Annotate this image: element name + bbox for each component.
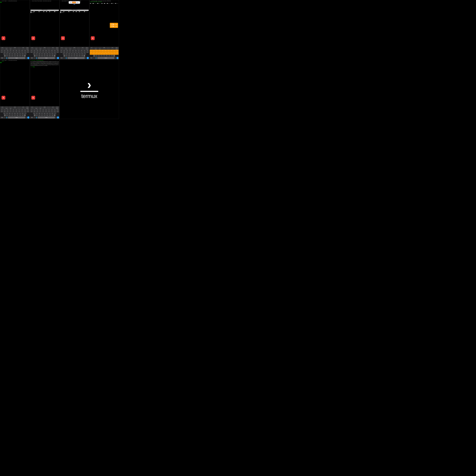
kb-7[interactable]: 7	[18, 50, 21, 51]
kb-a-row: a s d f g h j k l	[0, 53, 29, 55]
kb-p[interactable]: p	[27, 51, 29, 53]
termux-chevron: ›	[87, 79, 91, 90]
kb-h[interactable]: h	[16, 53, 19, 55]
cell-1-cursor	[1, 2, 29, 3]
kb-esc[interactable]: ESC	[0, 47, 4, 48]
kb-j[interactable]: j	[19, 53, 21, 55]
kb-g[interactable]: g	[14, 53, 16, 55]
cell-6-prompt: ~/.ssh $	[31, 67, 59, 67]
cell-3-nano-footer: ^G Help ^O Write Out ^W Where Is ^K Cut …	[60, 11, 89, 13]
kb-enter[interactable]: ↵	[27, 57, 29, 59]
kb-up[interactable]: ↑	[17, 47, 21, 48]
kb-alt[interactable]: ALT	[9, 48, 13, 50]
kb-z[interactable]: z	[6, 55, 8, 57]
kb-down[interactable]: ↓	[17, 48, 21, 50]
termux-wordmark: termux	[81, 93, 97, 99]
cell-2-title: .../com.termux/files/home/.ssh/authorize…	[31, 0, 59, 1]
kb-i[interactable]: i	[21, 51, 23, 53]
kb-o[interactable]: o	[24, 51, 26, 53]
cell-4-title: ...ux/files/home/.ssh/authorized_keys Mo…	[90, 0, 119, 1]
cell-5: ~/.ssh $ nano ~/.ssh/authorized_keys ~/.…	[0, 59, 30, 119]
kb-end[interactable]: END	[21, 47, 25, 48]
kb-space[interactable]: English	[8, 57, 25, 59]
kb-slash[interactable]: /	[4, 47, 9, 48]
kb-l[interactable]: l	[24, 53, 27, 55]
step-badge-3: 3	[61, 36, 65, 40]
keyboard-1: ESC / — HOME ↑ END PGUP ≡ CTRL ALT — ↓ —…	[0, 47, 30, 59]
kb-dash2[interactable]: —	[13, 48, 17, 50]
ctrl-overlay: CTRL + s CTRL + x	[110, 23, 118, 28]
cell-6-sshkey: ssh-rsa AAAAB3NzaC1yc2EAAAADAQABAAAABgQC…	[31, 61, 59, 66]
kb-ctrl[interactable]: CTRL	[4, 48, 9, 50]
cell-6: ~/.ssh $ cat ~/.ssh/authorized_keys ssh-…	[30, 59, 60, 119]
cell-2: .../com.termux/files/home/.ssh/authorize…	[30, 0, 60, 59]
kb-4[interactable]: 4	[9, 50, 12, 51]
kb-comma[interactable]: ,	[4, 57, 5, 59]
main-grid: ~/.ssh $ nano ~/.ssh/authorized_keys 1 E…	[0, 0, 119, 119]
step-badge-6: 6	[31, 96, 35, 100]
kb-shift[interactable]: ⇧	[4, 55, 6, 57]
keyboard-6: ESC/—HOME↑ENDPGUP ≡CTRLALT—↓—PGDN 123456…	[30, 106, 59, 119]
kb-u[interactable]: u	[18, 51, 21, 53]
kb-2[interactable]: 2	[3, 50, 6, 51]
cell-5-title: ~/.ssh $ nano ~/.ssh/authorized_keys	[1, 60, 29, 61]
kb-num-switch[interactable]: ?123	[0, 57, 4, 59]
keyboard-5: ESC/—HOME↑ENDPGUP ≡CTRLALT—↓—PGDN 123456…	[0, 106, 30, 119]
termux-underline	[80, 91, 98, 92]
kb-y[interactable]: y	[15, 51, 18, 53]
keyboard-4: ESC/—HOME↑ENDPGUP ≡CTRLALT—↓—PGDN 1 2 3 …	[89, 47, 119, 59]
kb-q-row: q w e r t y u i o p	[0, 51, 29, 53]
kb-bottom-row: ?123 , 🌐 English . ↵	[0, 57, 29, 59]
kb-backspace[interactable]: ⌫	[24, 55, 26, 57]
kb-num-row: 1 2 3 4 5 6 7 8 9 0	[0, 50, 29, 51]
kb-1[interactable]: 1	[0, 50, 3, 51]
copy-btn[interactable]: Copy	[69, 2, 72, 3]
kb-8[interactable]: 8	[21, 50, 23, 51]
kb-c[interactable]: c	[11, 55, 14, 57]
cell-6-cmd: ~/.ssh $ cat ~/.ssh/authorized_keys	[31, 60, 59, 61]
kb-r[interactable]: r	[9, 51, 12, 53]
kb-v[interactable]: v	[14, 55, 16, 57]
kb-k[interactable]: k	[21, 53, 24, 55]
kb-5[interactable]: 5	[12, 50, 15, 51]
cell-4: ...ux/files/home/.ssh/authorized_keys Mo…	[89, 0, 119, 59]
keyboard-2: ESC/—HOME↑ENDPGUP ≡CTRLALT—↓—PGDN 123456…	[30, 47, 59, 59]
kb-0[interactable]: 0	[27, 50, 29, 51]
cell-4-nano-footer: ^G Help ^O Write Out ^W Where Is ^K Cut …	[90, 3, 119, 4]
step-badge-1: 1	[1, 36, 5, 40]
kb-pgdn[interactable]: PGDN	[25, 48, 29, 50]
kb-a[interactable]: a	[3, 53, 6, 55]
kb-t[interactable]: t	[12, 51, 15, 53]
paste-btn[interactable]: Paste	[72, 2, 76, 3]
more-btn[interactable]: More...	[76, 2, 80, 3]
kb-special-row2: ≡ CTRL ALT — ↓ — PGDN	[0, 48, 29, 50]
kb-globe[interactable]: 🌐	[6, 57, 8, 59]
kb-3[interactable]: 3	[6, 50, 9, 51]
kb-6[interactable]: 6	[15, 50, 18, 51]
kb-m[interactable]: m	[21, 55, 24, 57]
kb-dash3[interactable]: —	[21, 48, 25, 50]
cell-2-nano-footer: ^G Help ^O Write Out ^W Where Is ^K Cut …	[31, 11, 59, 13]
step-badge-5: 5	[1, 96, 5, 100]
kb-e[interactable]: e	[6, 51, 9, 53]
step-badge-4: 4	[91, 36, 95, 40]
kb-menu[interactable]: ≡	[0, 48, 4, 50]
kb-x[interactable]: x	[8, 55, 11, 57]
kb-b[interactable]: b	[16, 55, 19, 57]
kb-q[interactable]: q	[0, 51, 3, 53]
kb-9[interactable]: 9	[24, 50, 26, 51]
kb-home[interactable]: HOME	[13, 47, 17, 48]
kb-period[interactable]: .	[25, 57, 27, 59]
kb-n[interactable]: n	[19, 55, 21, 57]
kb-d[interactable]: d	[8, 53, 11, 55]
step-badge-2: 2	[31, 36, 35, 40]
kb-f[interactable]: f	[11, 53, 14, 55]
kb-special-row1: ESC / — HOME ↑ END PGUP	[0, 47, 29, 48]
cell-1: ~/.ssh $ nano ~/.ssh/authorized_keys 1 E…	[0, 0, 30, 59]
kb-pgup[interactable]: PGUP	[25, 47, 29, 48]
kb-w[interactable]: w	[3, 51, 6, 53]
paste-popup: Copy Paste More...	[69, 1, 80, 4]
kb-s[interactable]: s	[6, 53, 8, 55]
ctrl-x-label: CTRL + x	[111, 25, 117, 27]
kb-dash[interactable]: —	[9, 47, 13, 48]
